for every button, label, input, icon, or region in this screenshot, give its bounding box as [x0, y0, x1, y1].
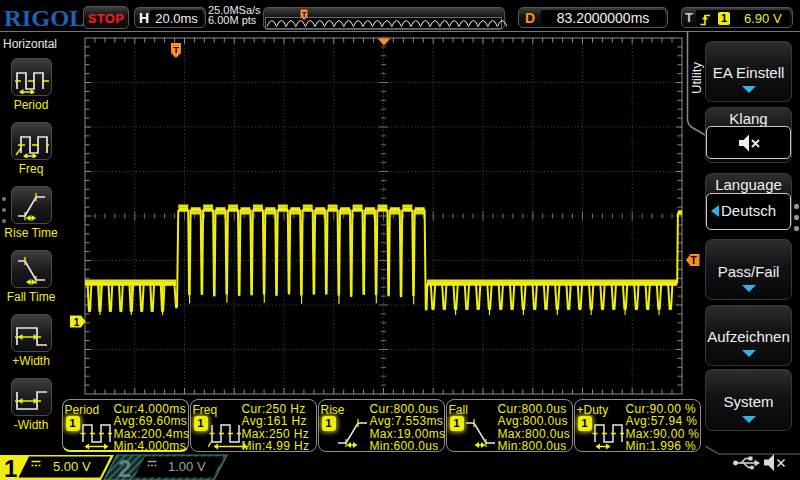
svg-text:T: T [302, 10, 307, 19]
svg-text:T: T [173, 45, 179, 55]
svg-text:1.00 V: 1.00 V [168, 459, 206, 474]
svg-text:1: 1 [74, 317, 80, 328]
svg-text:T: T [690, 255, 696, 266]
svg-text:2: 2 [118, 455, 131, 480]
svg-text:5.00 V: 5.00 V [53, 459, 91, 474]
svg-text:1: 1 [4, 455, 17, 480]
